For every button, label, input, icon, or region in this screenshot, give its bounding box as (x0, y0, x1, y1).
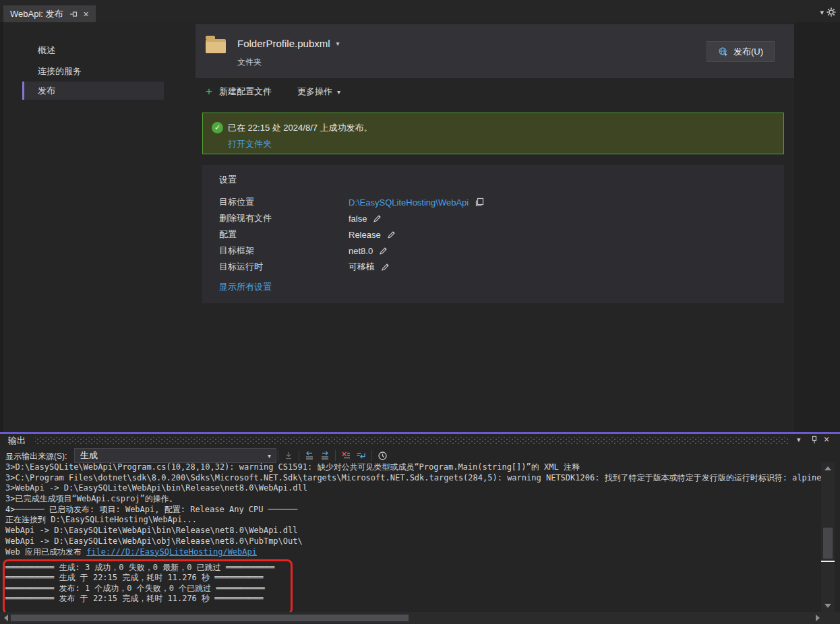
log-line: 3>C:\Program Files\dotnet\sdk\8.0.200\Sd… (5, 473, 821, 484)
log-line: 4>────── 已启动发布: 项目: WebApi, 配置: Release … (5, 505, 821, 516)
vertical-scroll-thumb[interactable] (823, 528, 833, 559)
setting-label: 删除现有文件 (219, 212, 349, 224)
log-line: WebApi -> D:\EasySQLite\WebApi\bin\Relea… (5, 526, 821, 536)
output-source-label: 显示输出来源(S): (5, 451, 67, 462)
success-check-icon: ✓ (212, 122, 223, 133)
more-actions-label: 更多操作 (297, 86, 332, 98)
publish-icon (718, 46, 729, 57)
output-toolbar-icons (278, 447, 388, 464)
publish-page: 概述 连接的服务 发布 FolderProfile.pubxml ▾ 文件夹 发… (3, 22, 840, 432)
pin-icon[interactable] (810, 435, 818, 444)
edit-pencil-icon[interactable] (387, 230, 396, 239)
chevron-down-icon: ▾ (336, 40, 340, 47)
next-message-icon[interactable] (320, 450, 330, 461)
setting-value: 可移植 (349, 261, 375, 273)
clear-all-icon[interactable] (340, 450, 351, 461)
publish-summary-line: ══════════ 发布: 1 个成功，0 个失败，0 个已跳过 ══════… (5, 584, 821, 594)
log-blank-line (5, 557, 821, 563)
copy-icon[interactable] (475, 197, 484, 207)
close-icon[interactable]: × (824, 434, 829, 445)
publish-button[interactable]: 发布(U) (707, 41, 775, 62)
previous-message-icon[interactable] (304, 450, 315, 461)
setting-row-target-runtime: 目标运行时 可移植 (219, 261, 758, 273)
chevron-down-icon: ▾ (337, 88, 340, 96)
output-toolbar: 显示输出来源(S): 生成 ▾ (0, 447, 840, 464)
goto-message-icon[interactable] (283, 450, 294, 461)
published-folder-link[interactable]: file:///D:/EasySQLiteHosting/WebApi (86, 547, 257, 557)
more-actions-button[interactable]: 更多操作 ▾ (297, 86, 340, 98)
selection-accent (22, 82, 24, 100)
edit-pencil-icon[interactable] (381, 263, 390, 272)
toolbar-separator (371, 450, 372, 461)
profile-type: 文件夹 (237, 57, 262, 68)
target-location-link[interactable]: D:\EasySQLiteHosting\WebApi (349, 197, 484, 208)
toolbar-separator (299, 450, 299, 461)
output-title: 输出 (8, 435, 26, 447)
setting-row-target-framework: 目标框架 net8.0 (219, 245, 758, 257)
setting-value: false (349, 214, 367, 224)
scroll-up-arrow[interactable] (824, 466, 831, 470)
close-icon[interactable]: × (84, 9, 89, 20)
setting-value: D:\EasySQLiteHosting\WebApi (349, 197, 469, 208)
publish-button-label: 发布(U) (733, 46, 763, 58)
chevron-down-icon[interactable]: ▾ (820, 8, 824, 17)
output-source-dropdown[interactable]: 生成 ▾ (74, 448, 276, 463)
chevron-down-icon[interactable]: ▾ (797, 435, 801, 444)
scroll-right-arrow[interactable] (816, 615, 820, 621)
output-vertical-scrollbar[interactable] (821, 462, 835, 612)
open-folder-link[interactable]: 打开文件夹 (228, 138, 272, 150)
log-line: 3>已完成生成项目“WebApi.csproj”的操作。 (5, 494, 821, 505)
output-source-value: 生成 (75, 449, 98, 462)
log-line: 3>D:\EasySQLite\WebApi\Program.cs(10,28,… (5, 462, 821, 473)
settings-title: 设置 (219, 174, 237, 186)
timestamp-clock-icon[interactable] (377, 450, 388, 461)
log-line-with-link: Web 应用已成功发布 file:///D:/EasySQLiteHosting… (5, 547, 821, 558)
setting-row-delete-existing: 删除现有文件 false (219, 212, 758, 224)
chevron-down-icon: ▾ (268, 452, 271, 460)
setting-label: 配置 (219, 228, 349, 241)
setting-value: net8.0 (349, 246, 373, 256)
publish-success-banner: ✓ 已在 22:15 处 2024/8/7 上成功发布。 打开文件夹 (202, 113, 784, 154)
tab-bar: WebApi: 发布 × ▾ (0, 0, 840, 22)
profile-actions: + 新建配置文件 更多操作 ▾ (206, 86, 340, 98)
scroll-down-arrow[interactable] (824, 604, 831, 608)
edit-pencil-icon[interactable] (379, 247, 388, 255)
tab-webapi-publish[interactable]: WebApi: 发布 × (3, 5, 96, 22)
sidebar-item-publish[interactable]: 发布 (22, 82, 164, 100)
setting-value: Release (349, 230, 381, 240)
settings-card: 设置 目标位置 D:\EasySQLiteHosting\WebApi 删除现有… (202, 165, 784, 303)
setting-row-target-location: 目标位置 D:\EasySQLiteHosting\WebApi (219, 196, 758, 208)
publish-summary-line: ══════════ 发布 于 22:15 完成，耗时 11.276 秒 ═══… (5, 594, 821, 604)
panel-grip[interactable] (35, 437, 789, 445)
profile-name: FolderProfile.pubxml (237, 38, 330, 49)
setting-row-configuration: 配置 Release (219, 228, 758, 241)
page-right-margin (794, 22, 840, 432)
build-summary-line: ══════════ 生成 于 22:15 完成，耗时 11.276 秒 ═══… (5, 573, 821, 583)
sidebar-item-overview[interactable]: 概述 (38, 44, 55, 57)
gear-icon[interactable] (827, 7, 836, 17)
setting-label: 目标框架 (219, 245, 349, 257)
show-all-settings-link[interactable]: 显示所有设置 (219, 281, 272, 293)
output-log[interactable]: 3>D:\EasySQLite\WebApi\Program.cs(10,28,… (0, 462, 821, 613)
sidebar-item-connected-services[interactable]: 连接的服务 (38, 65, 82, 77)
success-message: 已在 22:15 处 2024/8/7 上成功发布。 (228, 122, 373, 134)
scrollbar-caret-marker (821, 561, 835, 562)
setting-label: 目标运行时 (219, 261, 349, 273)
new-profile-button[interactable]: 新建配置文件 (219, 86, 272, 98)
word-wrap-icon[interactable] (356, 450, 367, 461)
setting-label: 目标位置 (219, 196, 349, 208)
plus-icon: + (206, 87, 212, 96)
horizontal-scroll-thumb[interactable] (11, 615, 409, 621)
output-horizontal-scrollbar[interactable] (0, 612, 840, 624)
pin-icon[interactable] (69, 10, 78, 18)
log-line: 正在连接到 D:\EasySQLiteHosting\WebApi... (5, 515, 821, 526)
profile-selector[interactable]: FolderProfile.pubxml ▾ (237, 38, 340, 49)
toolbar-separator (335, 450, 336, 461)
edit-pencil-icon[interactable] (373, 214, 382, 223)
profile-header: FolderProfile.pubxml ▾ 文件夹 发布(U) (196, 24, 794, 78)
log-line: WebApi -> D:\EasySQLite\WebApi\obj\Relea… (5, 536, 821, 547)
output-panel: 输出 ▾ × 显示输出来源(S): 生成 ▾ (0, 434, 840, 624)
build-summary-line: ══════════ 生成: 3 成功，0 失败，0 最新，0 已跳过 ════… (5, 563, 821, 573)
scroll-left-arrow[interactable] (4, 615, 8, 621)
tab-title: WebApi: 发布 (10, 8, 63, 20)
